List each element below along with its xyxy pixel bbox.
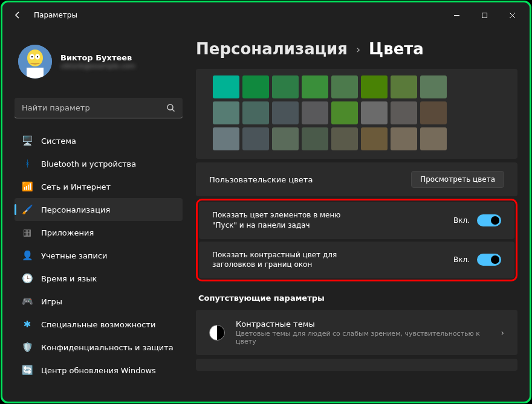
search-placeholder: Найти параметр [22,103,90,112]
toggle-title-borders: Показать контрастный цвет для заголовков… [199,242,514,279]
toggle-label: Показать контрастный цвет для заголовков… [212,250,363,271]
toggle-switch[interactable] [477,254,501,266]
link-title: Контрастные темы [236,319,490,329]
personalization-icon: 🖌️ [22,204,33,215]
sidebar-item-accessibility[interactable]: ✱Специальные возможности [15,313,183,336]
sidebar-item-privacy[interactable]: 🛡️Конфиденциальность и защита [15,336,183,359]
sidebar-item-label: Учетные записи [41,251,108,260]
color-swatch[interactable] [420,101,447,124]
user-block[interactable]: Виктор Бухтеев viktorb@example.com [15,28,183,91]
search-icon [166,103,175,112]
color-swatch[interactable] [242,127,269,150]
sidebar-item-bluetooth[interactable]: ᚼBluetooth и устройства [15,152,183,175]
apps-icon: ▦ [22,227,33,238]
svg-point-5 [31,56,33,57]
network-icon: 📶 [22,181,33,192]
custom-colors-row: Пользовательские цвета Просмотреть цвета [196,162,517,196]
chevron-right-icon: › [501,328,504,338]
system-icon: 🖥️ [22,135,33,146]
color-swatch[interactable] [361,127,388,150]
color-swatch[interactable] [302,75,328,98]
sidebar-item-label: Персонализация [41,205,110,214]
sidebar-item-label: Конфиденциальность и защита [41,343,174,352]
window-title: Параметры [34,11,77,19]
svg-rect-7 [27,68,44,79]
highlight-annotation: Показать цвет элементов в меню "Пуск" и … [196,199,517,281]
sidebar-item-label: Игры [41,297,62,306]
color-swatch[interactable] [272,127,299,150]
games-icon: 🎮 [22,296,33,307]
accessibility-icon: ✱ [22,319,33,330]
chevron-right-icon: › [356,43,360,56]
user-name: Виктор Бухтеев [60,53,135,62]
color-swatch[interactable] [242,75,269,98]
color-swatch[interactable] [331,127,358,150]
color-swatch[interactable] [361,75,388,98]
privacy-icon: 🛡️ [22,342,33,353]
time-icon: 🕒 [22,273,33,284]
contrast-themes-link[interactable]: Контрастные темы Цветовые темы для людей… [196,310,517,355]
sidebar-item-network[interactable]: 📶Сеть и Интернет [15,175,183,198]
color-swatch[interactable] [420,75,447,98]
update-icon: 🔄 [22,365,33,376]
color-swatch[interactable] [272,101,299,124]
breadcrumb-current: Цвета [369,40,424,58]
close-button[interactable] [498,5,526,25]
svg-point-8 [167,104,173,110]
sidebar-item-label: Центр обновления Windows [41,366,156,375]
svg-rect-0 [482,13,487,18]
breadcrumb: Персонализация › Цвета [196,28,517,69]
sidebar-item-label: Система [41,136,76,146]
avatar [18,45,52,79]
accounts-icon: 👤 [22,250,33,261]
toggle-label: Показать цвет элементов в меню "Пуск" и … [212,210,363,231]
sidebar-item-label: Время и язык [41,274,97,283]
user-email: viktorb@example.com [60,62,135,70]
toggle-state: Вкл. [453,216,470,225]
contrast-icon [209,325,225,341]
color-swatch[interactable] [361,101,388,124]
section-heading: Сопутствующие параметры [196,281,517,310]
custom-colors-label: Пользовательские цвета [209,175,411,184]
color-swatch[interactable] [213,75,239,98]
minimize-button[interactable] [443,5,470,25]
partial-row [196,359,517,371]
main-panel: Персонализация › Цвета Пользовательские … [190,28,530,402]
sidebar-item-label: Специальные возможности [41,320,155,329]
svg-point-6 [37,56,38,57]
sidebar-item-label: Сеть и Интернет [41,182,111,191]
sidebar-item-update[interactable]: 🔄Центр обновления Windows [15,359,183,382]
toggle-switch[interactable] [477,214,501,226]
color-swatches [196,69,517,159]
color-swatch[interactable] [213,101,239,124]
sidebar-item-accounts[interactable]: 👤Учетные записи [15,244,183,267]
color-swatch[interactable] [420,127,447,150]
color-swatch[interactable] [302,101,328,124]
breadcrumb-parent[interactable]: Персонализация [196,40,348,58]
color-swatch[interactable] [391,101,417,124]
toggle-start-taskbar: Показать цвет элементов в меню "Пуск" и … [199,202,514,239]
sidebar: Виктор Бухтеев viktorb@example.com Найти… [2,28,190,402]
search-input[interactable]: Найти параметр [15,98,183,118]
sidebar-item-system[interactable]: 🖥️Система [15,129,183,152]
sidebar-item-time[interactable]: 🕒Время и язык [15,267,183,290]
bluetooth-icon: ᚼ [22,158,33,169]
sidebar-item-games[interactable]: 🎮Игры [15,290,183,313]
color-swatch[interactable] [331,75,358,98]
view-colors-button[interactable]: Просмотреть цвета [411,171,504,188]
toggle-state: Вкл. [453,255,470,264]
color-swatch[interactable] [391,127,417,150]
sidebar-item-label: Bluetooth и устройства [41,159,136,168]
sidebar-item-apps[interactable]: ▦Приложения [15,221,183,244]
back-icon[interactable] [13,10,23,20]
color-swatch[interactable] [272,75,299,98]
color-swatch[interactable] [242,101,269,124]
color-swatch[interactable] [302,127,328,150]
maximize-button[interactable] [470,5,498,25]
color-swatch[interactable] [331,101,358,124]
color-swatch[interactable] [213,127,239,150]
link-subtitle: Цветовые темы для людей со слабым зрение… [236,330,490,345]
sidebar-item-label: Приложения [41,228,94,237]
color-swatch[interactable] [391,75,417,98]
sidebar-item-personalization[interactable]: 🖌️Персонализация [15,198,183,221]
